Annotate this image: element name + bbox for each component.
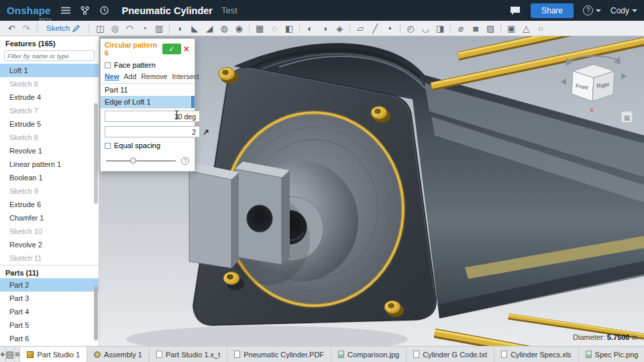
- face-pattern-checkbox[interactable]: [105, 62, 111, 68]
- feature-item[interactable]: Chamfer 1: [0, 211, 99, 225]
- tabs-strip: Part Studio 1 Assembly 1 Part Studio 1.x…: [20, 347, 644, 362]
- undo-button[interactable]: ↶: [4, 22, 19, 35]
- plane-tool-button[interactable]: ▱: [353, 22, 368, 35]
- circular-pattern-dialog: Circular pattern 6 ✓ × Face pattern New …: [100, 38, 195, 172]
- feature-item[interactable]: Sketch 10: [0, 225, 99, 238]
- tab-list-icon[interactable]: ≡: [15, 347, 21, 362]
- add-tab-button[interactable]: +: [0, 347, 6, 362]
- feature-item[interactable]: Extrude 4: [0, 90, 99, 104]
- project-tool-button[interactable]: ◨: [433, 22, 447, 35]
- section-view-tool-button[interactable]: △: [519, 22, 533, 35]
- view-mode-button[interactable]: ▦: [621, 111, 633, 123]
- point-tool-button[interactable]: •: [382, 22, 397, 35]
- feature-item[interactable]: Sketch 11: [0, 251, 99, 265]
- document-tab[interactable]: Comparison.jpg: [331, 347, 407, 362]
- redo-button[interactable]: ↷: [19, 22, 34, 35]
- document-tab[interactable]: Assembly 1: [87, 347, 150, 362]
- linear-pattern-tool-button[interactable]: ▦: [252, 22, 267, 35]
- sweep-tool-button[interactable]: ◠: [122, 22, 137, 35]
- measure-value: 5.7500: [607, 333, 630, 341]
- fillet-tool-button[interactable]: ◖: [172, 22, 187, 35]
- flip-direction-icon[interactable]: ↗: [203, 127, 209, 137]
- boolean-tool-button[interactable]: ◐: [303, 22, 317, 35]
- chamfer-tool-button[interactable]: ◣: [187, 22, 202, 35]
- split-tool-button[interactable]: ◑: [317, 22, 332, 35]
- share-button[interactable]: Share: [531, 3, 574, 18]
- pattern-mode-option[interactable]: Add: [124, 72, 137, 80]
- loft-tool-button[interactable]: ◔: [137, 22, 152, 35]
- confirm-button[interactable]: ✓: [162, 44, 181, 54]
- dialog-help-icon[interactable]: ?: [181, 157, 189, 165]
- versions-branch-icon[interactable]: [79, 5, 91, 17]
- feature-item[interactable]: Extrude 5: [0, 117, 99, 131]
- feature-item[interactable]: Revolve 2: [0, 238, 99, 251]
- feature-item[interactable]: Sketch 6: [0, 77, 99, 90]
- circular-pattern-tool-button[interactable]: ◌: [267, 22, 282, 35]
- slider-handle[interactable]: [130, 158, 136, 164]
- hole-tool-button[interactable]: ◉: [231, 22, 246, 35]
- cube-grid-icon: ▦: [624, 114, 630, 121]
- feature-item[interactable]: Extrude 6: [0, 198, 99, 211]
- document-tab[interactable]: Cylinder Specs.xls: [494, 347, 578, 362]
- hamburger-menu-icon[interactable]: [60, 5, 72, 17]
- opacity-slider[interactable]: [106, 160, 176, 162]
- feature-item[interactable]: Sketch 8: [0, 131, 99, 144]
- revolve-tool-button[interactable]: ◎: [107, 22, 122, 35]
- transform-tool-button[interactable]: ◈: [332, 22, 347, 35]
- equal-spacing-checkbox[interactable]: [105, 143, 111, 149]
- tab-icon: [501, 351, 507, 358]
- document-tab[interactable]: Part Studio 1: [20, 347, 87, 362]
- feature-item[interactable]: Revolve 1: [0, 144, 99, 158]
- mirror-tool-button[interactable]: ◧: [282, 22, 297, 35]
- appearance-tool-button[interactable]: ▨: [483, 22, 498, 35]
- isolate-tool-button[interactable]: ○: [533, 22, 548, 35]
- part-item[interactable]: Part 5: [0, 318, 99, 332]
- selection-item[interactable]: Part 11: [101, 84, 195, 96]
- sketch-button[interactable]: Sketch: [41, 24, 85, 32]
- extrude-tool-button[interactable]: ◫: [93, 22, 107, 35]
- feature-item[interactable]: Linear pattern 1: [0, 158, 99, 171]
- help-menu[interactable]: ?: [583, 5, 601, 15]
- measurement-readout: Diameter:5.7500in: [573, 333, 637, 341]
- part-item[interactable]: Part 6: [0, 332, 99, 345]
- tab-manager-icon[interactable]: ▤: [6, 347, 15, 362]
- draft-tool-button[interactable]: ◢: [202, 22, 217, 35]
- feature-item[interactable]: Boolean 1: [0, 171, 99, 184]
- feature-item[interactable]: Sketch 9: [0, 184, 99, 198]
- user-menu[interactable]: Cody: [610, 6, 637, 15]
- named-views-tool-button[interactable]: ▣: [504, 22, 519, 35]
- helix-tool-button[interactable]: ◴: [403, 22, 418, 35]
- onshape-logo[interactable]: Onshape BETA: [7, 5, 51, 16]
- mass-properties-tool-button[interactable]: ◙: [468, 22, 483, 35]
- document-tab[interactable]: Part Studio 1.x_t: [150, 347, 227, 362]
- document-tab[interactable]: Pneumatic Cylinder.PDF: [227, 347, 331, 362]
- document-tab[interactable]: Cylinder G Code.txt: [407, 347, 494, 362]
- angle-input[interactable]: [105, 111, 200, 122]
- feature-tree-panel: Features (165) Loft 1 Sketch 6 Extrude 4…: [0, 36, 99, 346]
- feature-item[interactable]: Sketch 7: [0, 104, 99, 117]
- feature-filter-input[interactable]: [4, 50, 95, 61]
- measure-tool-button[interactable]: ⌀: [453, 22, 468, 35]
- workspace-name: Test: [221, 5, 237, 15]
- part-item[interactable]: Part 4: [0, 305, 99, 318]
- thicken-tool-button[interactable]: ▥: [152, 22, 166, 35]
- part-item[interactable]: Part 3: [0, 292, 99, 305]
- pattern-mode-option[interactable]: Remove: [141, 72, 167, 80]
- tab-icon: [156, 351, 162, 358]
- pattern-mode-option[interactable]: New: [105, 72, 119, 80]
- curve-tool-button[interactable]: ◡: [418, 22, 433, 35]
- instance-count-input[interactable]: [105, 126, 200, 137]
- parts-scrollbar[interactable]: [94, 286, 98, 341]
- axis-tool-button[interactable]: ╱: [368, 22, 382, 35]
- document-tab[interactable]: Spec Pic.png: [579, 347, 644, 362]
- part-item[interactable]: Part 2: [0, 278, 99, 292]
- cancel-button[interactable]: ×: [181, 44, 192, 54]
- shell-tool-button[interactable]: ◍: [217, 22, 231, 35]
- selection-item[interactable]: Edge of Loft 1: [101, 96, 195, 108]
- pattern-mode-option[interactable]: Intersect: [172, 72, 199, 80]
- parts-header: Parts (11): [0, 265, 99, 278]
- feature-item[interactable]: Loft 1: [0, 64, 99, 77]
- history-clock-icon[interactable]: [99, 5, 111, 17]
- features-scrollbar[interactable]: [94, 103, 98, 204]
- comment-bubble-icon[interactable]: [509, 5, 521, 17]
